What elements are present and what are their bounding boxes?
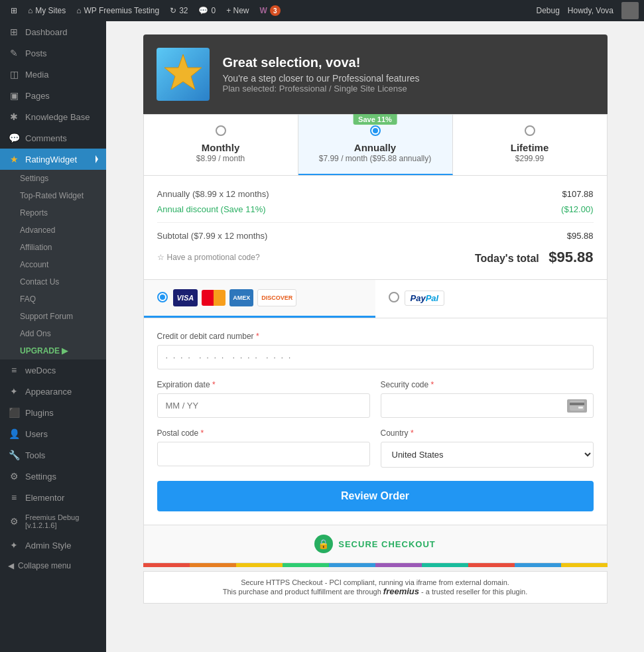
- security-input-wrap: [381, 393, 594, 418]
- submenu-reports[interactable]: Reports: [0, 204, 106, 222]
- submenu-settings[interactable]: Settings: [0, 170, 106, 187]
- star-graphic: [157, 48, 210, 101]
- woo-notifications[interactable]: W 3: [255, 0, 286, 21]
- submenu-affiliation[interactable]: Affiliation: [0, 239, 106, 256]
- postal-code-input[interactable]: [157, 442, 370, 466]
- monthly-radio-circle: [216, 125, 226, 136]
- comments-icon: 💬: [198, 6, 208, 15]
- sidebar-item-posts[interactable]: ✎ Posts: [0, 42, 106, 64]
- subtotal-line: Subtotal ($7.99 x 12 months) $95.88: [157, 231, 594, 241]
- sidebar-item-elementor[interactable]: ≡ Elementor: [0, 487, 106, 508]
- payment-tab-paypal[interactable]: PayPal: [375, 280, 607, 318]
- color-bar-red: [143, 563, 190, 567]
- color-bar-yellow2: [561, 563, 608, 567]
- my-sites[interactable]: ⌂ My Sites: [23, 0, 71, 21]
- submenu-support-forum[interactable]: Support Forum: [0, 308, 106, 325]
- billing-selector: Monthly $8.99 / month Save 11% Annually …: [143, 114, 608, 176]
- billing-monthly-radio[interactable]: [152, 125, 290, 138]
- billing-monthly[interactable]: Monthly $8.99 / month: [144, 115, 298, 175]
- billing-lifetime[interactable]: Lifetime $299.99: [453, 115, 607, 175]
- checkout-footer: Secure HTTPS Checkout - PCI compliant, r…: [143, 571, 608, 604]
- pages-icon: ▣: [8, 90, 20, 101]
- country-select[interactable]: United States United Kingdom Canada: [381, 442, 594, 468]
- card-number-input[interactable]: [157, 345, 594, 369]
- sidebar-item-plugins[interactable]: ⬛ Plugins: [0, 402, 106, 423]
- sidebar-item-ratingwidget[interactable]: ★ RatingWidget: [0, 149, 106, 170]
- sidebar-item-wedocs[interactable]: ≡ weDocs: [0, 359, 106, 381]
- sidebar-item-freemius-debug[interactable]: ⚙ Freemius Debug [v.1.2.1.6]: [0, 508, 106, 535]
- checkout-header: Great selection, vova! You're a step clo…: [143, 34, 608, 114]
- card-number-label: Credit or debit card number *: [157, 332, 594, 341]
- review-order-button[interactable]: Review Order: [157, 481, 594, 511]
- wedocs-icon: ≡: [8, 365, 20, 375]
- today-total-wrap: Today's total $95.88: [475, 249, 594, 266]
- debug-link[interactable]: Debug: [536, 6, 559, 15]
- new-content[interactable]: + New: [221, 0, 254, 21]
- country-label: Country *: [381, 428, 594, 438]
- expiry-input[interactable]: [157, 393, 370, 418]
- color-bar-green: [283, 563, 329, 567]
- howdy-label[interactable]: Howdy, Vova: [568, 6, 613, 15]
- svg-rect-4: [578, 407, 583, 409]
- billing-lifetime-radio[interactable]: [461, 125, 599, 138]
- media-icon: ◫: [8, 69, 20, 80]
- site-name[interactable]: ⌂ WP Freemius Testing: [71, 0, 164, 21]
- checkout-header-text: Great selection, vova! You're a step clo…: [223, 55, 420, 94]
- submenu-contact-us[interactable]: Contact Us: [0, 273, 106, 291]
- checkout-subtitle: You're a step closer to our Professional…: [223, 73, 420, 84]
- collapse-menu[interactable]: ◀ Collapse menu: [0, 556, 106, 576]
- sidebar-item-admin-style[interactable]: ✦ Admin Style: [0, 535, 106, 556]
- sidebar-item-knowledge-base[interactable]: ✱ Knowledge Base: [0, 106, 106, 127]
- discover-logo: DISCOVER: [257, 289, 296, 306]
- wp-logo[interactable]: ⊞: [5, 0, 23, 21]
- comments-sidebar-icon: 💬: [8, 133, 20, 143]
- color-bar-purple: [375, 563, 422, 567]
- submenu-add-ons[interactable]: Add Ons: [0, 325, 106, 342]
- user-avatar: [621, 2, 639, 19]
- sidebar-item-dashboard[interactable]: ⊞ Dashboard: [0, 21, 106, 42]
- submenu-faq[interactable]: FAQ: [0, 291, 106, 308]
- sidebar: ⊞ Dashboard ✎ Posts ◫ Media ▣ Pages ✱ Kn…: [0, 21, 106, 652]
- site-icon: ⌂: [76, 6, 81, 15]
- updates[interactable]: ↻ 32: [164, 0, 193, 21]
- billing-annually[interactable]: Save 11% Annually $7.99 / month ($95.88 …: [298, 115, 453, 175]
- security-code-input[interactable]: [381, 393, 594, 418]
- footer-line1: Secure HTTPS Checkout - PCI compliant, r…: [151, 578, 600, 586]
- main-content: Great selection, vova! You're a step clo…: [106, 21, 644, 652]
- submenu-account[interactable]: Account: [0, 256, 106, 273]
- home-icon: ⌂: [28, 6, 32, 15]
- sidebar-item-tools[interactable]: 🔧 Tools: [0, 444, 106, 466]
- sidebar-item-media[interactable]: ◫ Media: [0, 64, 106, 85]
- billing-annually-radio[interactable]: [306, 125, 444, 138]
- mastercard-logo: [202, 290, 225, 306]
- admin-bar: ⊞ ⌂ My Sites ⌂ WP Freemius Testing ↻ 32 …: [0, 0, 644, 21]
- sidebar-item-users[interactable]: 👤 Users: [0, 423, 106, 444]
- comments-admin[interactable]: 💬 0: [193, 0, 221, 21]
- paypal-tab-radio[interactable]: [389, 292, 399, 304]
- sidebar-item-settings-main[interactable]: ⚙ Settings: [0, 466, 106, 487]
- users-icon: 👤: [8, 428, 20, 439]
- security-card-icon: [567, 399, 587, 413]
- checkout-container: Great selection, vova! You're a step clo…: [143, 34, 608, 604]
- card-tab-radio[interactable]: [157, 292, 168, 304]
- updates-icon: ↻: [170, 6, 176, 15]
- color-bar-yellow: [236, 563, 283, 567]
- promo-link[interactable]: ☆ Have a promotional code?: [157, 253, 260, 262]
- payment-tab-card[interactable]: VISA AMEX DISCOVER: [144, 280, 375, 318]
- lifetime-radio-circle: [525, 125, 535, 136]
- postal-group: Postal code *: [157, 428, 370, 468]
- sidebar-item-comments[interactable]: 💬 Comments: [0, 127, 106, 149]
- sidebar-item-pages[interactable]: ▣ Pages: [0, 85, 106, 106]
- submenu-upgrade[interactable]: UPGRADE ▶: [0, 342, 106, 359]
- color-bar-blue: [329, 563, 375, 567]
- submenu-top-rated-widget[interactable]: Top-Rated Widget: [0, 187, 106, 204]
- checkout-title: Great selection, vova!: [223, 55, 420, 70]
- footer-line2: This purchase and product fulfillment ar…: [151, 586, 600, 596]
- submenu-advanced[interactable]: Advanced: [0, 222, 106, 239]
- order-summary: Annually ($8.99 x 12 months) $107.88 Ann…: [143, 176, 608, 280]
- paypal-logo: PayPal: [405, 291, 445, 306]
- sidebar-item-appearance[interactable]: ✦ Appearance: [0, 381, 106, 402]
- card-radio-circle: [157, 292, 168, 302]
- expiry-security-row: Expiration date * Security code *: [157, 380, 594, 418]
- order-divider: [157, 222, 594, 223]
